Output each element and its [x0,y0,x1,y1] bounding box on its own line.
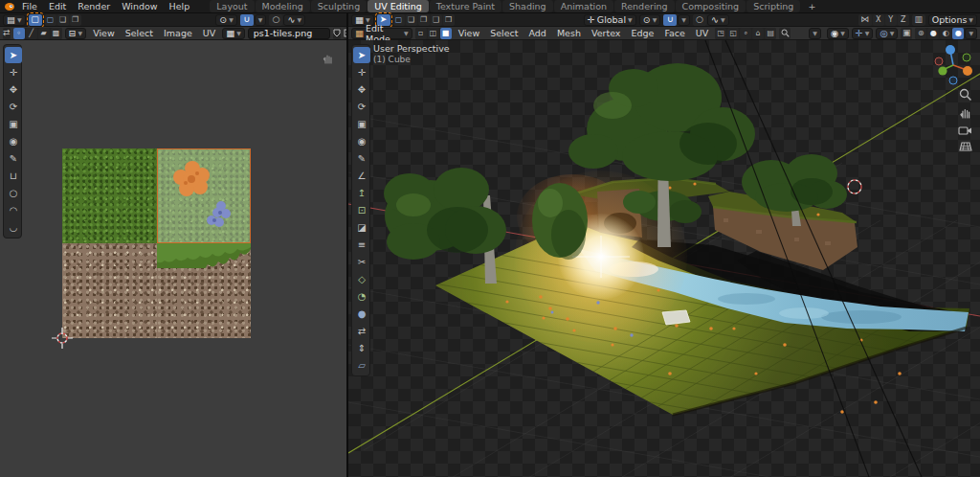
shading-material-button[interactable]: ◐ [940,28,951,39]
uv-falloff-dropdown[interactable]: ∿▼ [283,14,305,26]
vp-tool-rotate[interactable]: ⟳ [353,99,370,115]
mirror-x-toggle[interactable]: X [873,14,884,26]
vp-tool-scale[interactable]: ▣ [353,116,370,132]
vp-menu-vertex[interactable]: Vertex [588,28,625,38]
vp-menu-face[interactable]: Face [660,28,688,38]
uv-menu-view[interactable]: View [89,28,119,38]
gizmo-neg-y-axis[interactable] [963,54,970,61]
uv-select-edge-button[interactable]: ╱ [26,28,37,39]
vp-snap-with-dropdown[interactable]: ▼ [678,14,690,26]
snap-options-icon[interactable]: ▥ [912,14,925,26]
vp-pivot-dropdown[interactable]: ⊙▼ [639,14,661,26]
transform-orientation-dropdown[interactable]: ✛Global▼ [584,14,636,26]
overlays-dropdown[interactable]: ◎▼ [876,28,898,39]
fake-user-shield-icon[interactable] [333,28,341,39]
menu-file[interactable]: File [17,1,42,11]
gizmo-x-axis[interactable] [963,66,972,76]
uv-snap-toggle[interactable]: ∪ [240,14,254,26]
gizmo-neg-z-axis[interactable] [949,77,957,84]
menu-render[interactable]: Render [73,1,115,11]
shading-options-dropdown[interactable]: ▼ [965,28,977,39]
vp-extra-icon-2[interactable]: ◱ [727,28,739,39]
uv-tool-pinch[interactable]: ◡ [5,219,22,236]
tab-uv-editing[interactable]: UV Editing [368,0,429,12]
vp-tool-cursor[interactable]: ✛ [353,64,370,80]
uv-tool-grab[interactable]: ○ [5,185,22,201]
vp-tool-edge-slide[interactable]: ⇄ [353,323,370,339]
vp-tool-annotate[interactable]: ✎ [353,150,370,167]
vp-snap-toggle[interactable]: ∪ [663,14,677,26]
uv-tool-move[interactable]: ✥ [5,81,22,98]
shading-solid-button[interactable]: ● [927,28,939,39]
camera-view-icon[interactable] [958,125,972,136]
vp-tool-move[interactable]: ✥ [353,81,370,98]
vp-menu-add[interactable]: Add [524,28,549,38]
vp-tool-shear[interactable]: ▱ [353,357,370,374]
uv-2d-cursor[interactable] [51,327,74,350]
menu-window[interactable]: Window [117,1,162,11]
shading-rendered-button[interactable]: ● [952,28,964,39]
vp-tool-smooth[interactable]: ● [353,306,370,322]
uv-tool-rotate[interactable]: ⟳ [5,99,22,115]
texture-tile-flowers-selected[interactable] [157,148,252,243]
perspective-toggle-icon[interactable] [959,141,972,152]
uv-sticky-selection-dropdown[interactable]: ⊟▼ [65,28,87,39]
image-name-field[interactable]: ps1-tiles.png [248,28,330,39]
mirror-y-toggle[interactable]: Y [885,14,897,26]
header-overflow-dropdown[interactable]: ▼ [809,28,821,39]
uv-menu-uv[interactable]: UV [199,28,219,38]
mode-dropdown[interactable]: ▦Edit Mode▼ [351,28,412,39]
mesh-select-edge-button[interactable]: ◫ [428,28,439,39]
uv-tool-rip-region[interactable]: ⊔ [5,168,22,184]
uv-editor-type-dropdown[interactable]: ▤▼ [3,14,26,26]
mesh-select-vertex-button[interactable]: ▫ [415,28,427,39]
vp-falloff-dropdown[interactable]: ∿▼ [707,14,729,26]
vp-extra-icon-4[interactable]: ⌂ [752,28,764,39]
tab-rendering[interactable]: Rendering [614,0,675,12]
shading-wireframe-button[interactable]: ⊛ [915,28,926,39]
uv-menu-image[interactable]: Image [160,28,196,38]
tab-compositing[interactable]: Compositing [676,0,746,12]
active-tool-tweak-button[interactable]: ▢ [29,14,42,26]
navigation-gizmo[interactable] [932,42,976,86]
mirror-z-toggle[interactable]: Z [898,14,909,26]
vp-extra-icon-5[interactable]: ▤ [765,28,776,39]
pan-hand-icon[interactable] [959,106,972,120]
uv-tool-cursor[interactable]: ✛ [5,64,22,80]
vp-proportional-toggle[interactable]: ○ [693,14,706,26]
tab-layout[interactable]: Layout [210,0,254,12]
vp-tool-spin[interactable]: ◔ [353,288,370,305]
vp-tool-bevel[interactable]: ◪ [353,219,370,236]
vp-tool-tweak[interactable]: ➤ [353,47,370,63]
vp-tool-extrude-region[interactable]: ↥ [353,185,370,201]
vp-tool-loop-cut[interactable]: ≡ [353,237,370,253]
uv-select-face-button[interactable]: ▰ [38,28,50,39]
menu-help[interactable]: Help [165,1,195,11]
gizmos-dropdown[interactable]: ✛▼ [852,28,874,39]
vp-tool-knife[interactable]: ✂ [353,254,370,270]
vp-extra-icon-1[interactable]: ◳ [715,28,726,39]
vp-menu-view[interactable]: View [455,28,484,38]
tab-sculpting[interactable]: Sculpting [311,0,367,12]
uv-proportional-toggle[interactable]: ○ [269,14,282,26]
select-mode-extend-icon[interactable]: ❏ [57,14,69,26]
object-visibility-dropdown[interactable]: ◉▼ [827,28,849,39]
vp-menu-uv[interactable]: UV [692,28,712,38]
vp-tool-shrink-fatten[interactable]: ⇕ [353,340,370,356]
uv-snap-with-dropdown[interactable]: ▼ [255,14,267,26]
uv-pivot-dropdown[interactable]: ⊙▼ [215,14,237,26]
mesh-select-face-button[interactable]: ■ [440,28,452,39]
vp-tool-measure[interactable]: ∠ [353,168,370,184]
vp-menu-edge[interactable]: Edge [627,28,657,38]
uv-tool-transform[interactable]: ◉ [5,133,22,149]
vp-select-mode-subtract-icon[interactable]: ❐ [418,14,430,26]
vp-tool-inset-faces[interactable]: ⊡ [353,202,370,218]
vp-select-mode-extend-icon[interactable]: ❏ [406,14,417,26]
tab-texture-paint[interactable]: Texture Paint [430,0,501,12]
select-mode-new-icon[interactable]: ▢ [45,14,56,26]
search-icon[interactable] [779,28,791,39]
vp-tool-poly-build[interactable]: ◇ [353,271,370,287]
uv-tool-tweak[interactable]: ➤ [5,47,22,63]
vp-extra-icon-3[interactable]: ∘ [740,28,751,39]
vp-select-mode-intersect-icon[interactable]: ❒ [443,14,455,26]
